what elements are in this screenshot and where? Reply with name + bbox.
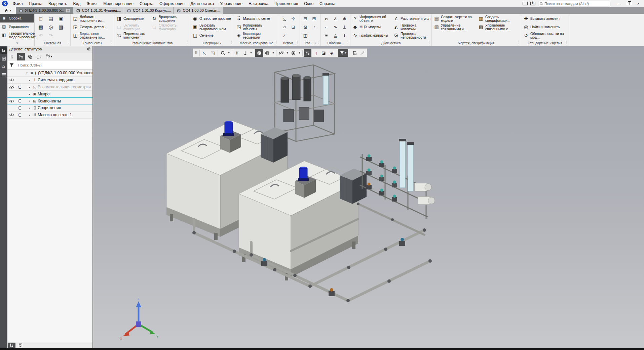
pump-manifold-skid[interactable] (360, 139, 435, 219)
visibility-scenarios-button[interactable] (290, 49, 297, 57)
aux-offset-plane-button[interactable]: ▱ (283, 25, 286, 30)
command-search-input[interactable] (544, 2, 609, 6)
notation-roughness-button[interactable]: ∿ (334, 25, 337, 30)
aux-line-button[interactable]: ∕ (284, 33, 285, 38)
insert-element-button[interactable]: ✚Вставить элемент (522, 14, 566, 23)
tab-ss4-flange[interactable]: СС4-1.01.01 Фланец.... (73, 7, 124, 14)
notation-diameter-button[interactable]: ⌀ (325, 16, 328, 21)
screen-settings-icon[interactable] (530, 2, 535, 5)
group-grip-icon[interactable]: ⋮ (67, 41, 70, 44)
expander-icon[interactable]: ▸ (28, 79, 32, 82)
ribbon-tab-solid-modeling[interactable]: ◧ Твердотельное моделирование (0, 31, 34, 39)
notation-mark-button[interactable]: ≡ (325, 33, 328, 38)
group-grip-icon[interactable]: ⋮ (428, 41, 431, 44)
group-grip-icon[interactable]: ⋮ (186, 41, 189, 44)
orientation-axes-button[interactable] (241, 49, 249, 57)
tab-updf3[interactable]: УПДФЗ-1.00.00.000 У... ✕ (16, 7, 73, 14)
tab-ss4-mixer[interactable]: СС4-1.00.00 Смесит... (174, 7, 223, 14)
partition-button-5[interactable]: ◫ (303, 33, 307, 38)
equipment-rack[interactable] (275, 65, 335, 141)
rotation-rotation-button[interactable]: ↻Вращение-вращение (151, 14, 189, 23)
transfer-pumps[interactable] (415, 183, 435, 205)
menu-applications[interactable]: Приложения (271, 0, 301, 7)
tree-composition-button[interactable] (26, 53, 34, 60)
group-grip-icon[interactable]: ⋮ (317, 41, 320, 44)
filter-funnel-icon[interactable] (7, 61, 16, 69)
tree-item-coordinate-systems[interactable]: ▸ ⊥ Системы координат (7, 77, 92, 84)
menu-file[interactable]: Файл (10, 0, 26, 7)
menu-management[interactable]: Управление (217, 0, 245, 7)
ribbon-tab-management[interactable]: ▤ Управление (0, 23, 34, 31)
continuity-check-button[interactable]: GПроверка непрерывности (392, 31, 431, 40)
expander-icon[interactable]: ▸ (28, 93, 32, 96)
print-preview-button[interactable]: ◎ (48, 24, 53, 30)
object-info-button[interactable]: ?Информация об объекте (351, 14, 392, 23)
partition-button-1[interactable]: ⊟ (304, 16, 307, 21)
grid-array-button[interactable]: ⠿Массив по сетке (235, 14, 277, 23)
menu-window[interactable]: Окно (301, 0, 316, 7)
curvature-graph-button[interactable]: ∿График кривизны (351, 31, 392, 40)
find-replace-button[interactable]: ◎Найти и заменить (522, 23, 566, 31)
notation-text-button[interactable]: T (343, 33, 346, 38)
chevron-down-icon[interactable]: ▾ (286, 49, 289, 57)
control-cabinet-1[interactable] (261, 127, 288, 163)
command-search[interactable] (538, 1, 610, 6)
shaded-display-button[interactable] (255, 49, 263, 57)
notation-angle-button[interactable]: ∠ (334, 16, 338, 21)
tree-item-root[interactable]: ▾ ◙ (-)УПДФЗ-1.00.00.000 Установка приго… (7, 70, 92, 77)
simple-hole-button[interactable]: ◉Отверстие простое (191, 14, 232, 23)
chevron-down-icon[interactable]: ▾ (271, 49, 275, 57)
menu-select[interactable]: Выделить (45, 0, 70, 7)
group-grip-icon[interactable]: ⋮ (565, 41, 568, 44)
coincidence-button[interactable]: ◨Совпадение (115, 14, 150, 23)
group-grip-icon[interactable]: ⋮ (517, 41, 520, 44)
tree-structure-view-button[interactable] (17, 53, 25, 60)
parameters-panel-button[interactable] (0, 55, 7, 62)
notation-leader-button[interactable]: ⌐ (325, 25, 328, 30)
sketch-placement-button[interactable]: ◹ (209, 49, 217, 57)
section-button[interactable]: ◫Сечение (191, 31, 232, 40)
expander-icon[interactable]: ▸ (28, 99, 32, 102)
aux-control-point-button[interactable]: ⊡ (292, 25, 295, 30)
tree-item-components[interactable]: ∈ ▸ ⊞ Компоненты (7, 97, 92, 104)
clipboard-button[interactable]: ▯ (312, 49, 319, 57)
move-component-button[interactable]: ⇆Переместить компонент (115, 31, 150, 40)
manage-linked-specs-button[interactable]: ▨Управление связанными с... (477, 23, 521, 31)
chevron-down-icon[interactable]: ▾ (249, 49, 253, 57)
notation-datum-button[interactable]: ⊕ (343, 16, 346, 21)
group-dropdown-icon[interactable]: ▾ (220, 42, 221, 45)
tree-tab-parameters[interactable] (17, 343, 24, 348)
tree-item-macro[interactable]: ▸ ▣ Макро (7, 91, 92, 98)
tree-panel-button[interactable] (0, 47, 7, 54)
tree-item-grid-array[interactable]: ∈ ▸ ⠿ Массив по сетке:1 (7, 112, 92, 119)
ribbon-collapse-chevron[interactable]: ∨ (0, 40, 34, 46)
minimize-button[interactable]: – (613, 0, 623, 7)
dosing-pump-cylinders[interactable] (281, 74, 324, 122)
viewport-3d[interactable]: ⠿ ◺ ◹ ▾ ⇧ ▾ (93, 46, 644, 348)
geometry-collection-button[interactable]: ◈Коллекция геометрии (235, 31, 277, 40)
menu-edit[interactable]: Правка (26, 0, 46, 7)
cut-extrude-button[interactable]: ▣Вырезать выдавливанием (191, 23, 232, 31)
windows-layout-icon[interactable] (523, 2, 528, 5)
open-button[interactable]: ▤ (48, 16, 53, 22)
create-drawing-button[interactable]: ▤Создать чертеж по модели (433, 14, 477, 23)
new-document-button[interactable]: □ (39, 16, 42, 21)
home-tab-button[interactable]: ▾ (0, 7, 16, 14)
dimensions-button[interactable] (350, 49, 358, 57)
menu-view[interactable]: Вид (70, 0, 83, 7)
mirror-component-button[interactable]: ◫Зеркальное отражение ко... (72, 31, 113, 40)
chevron-down-icon[interactable]: ▾ (298, 49, 301, 57)
collision-check-button[interactable]: ◭Проверка коллизий (392, 23, 431, 31)
filter-objects-button[interactable]: ▾ (338, 49, 348, 57)
menu-layout[interactable]: Оформление (156, 0, 187, 7)
eye-icon[interactable] (7, 113, 15, 117)
group-dropdown-icon[interactable]: ▾ (314, 42, 316, 45)
sketch-plane-button[interactable]: ◺ (201, 49, 209, 57)
group-grip-icon[interactable]: ⋮ (230, 41, 233, 44)
distance-angle-button[interactable]: ∠Расстояние и угол (392, 14, 431, 23)
section-display-button[interactable] (304, 49, 311, 57)
expander-icon[interactable]: ▸ (28, 106, 32, 110)
gear-icon[interactable] (86, 47, 91, 52)
menu-settings[interactable]: Настройка (245, 0, 271, 7)
expander-icon[interactable]: ▾ (25, 72, 29, 75)
